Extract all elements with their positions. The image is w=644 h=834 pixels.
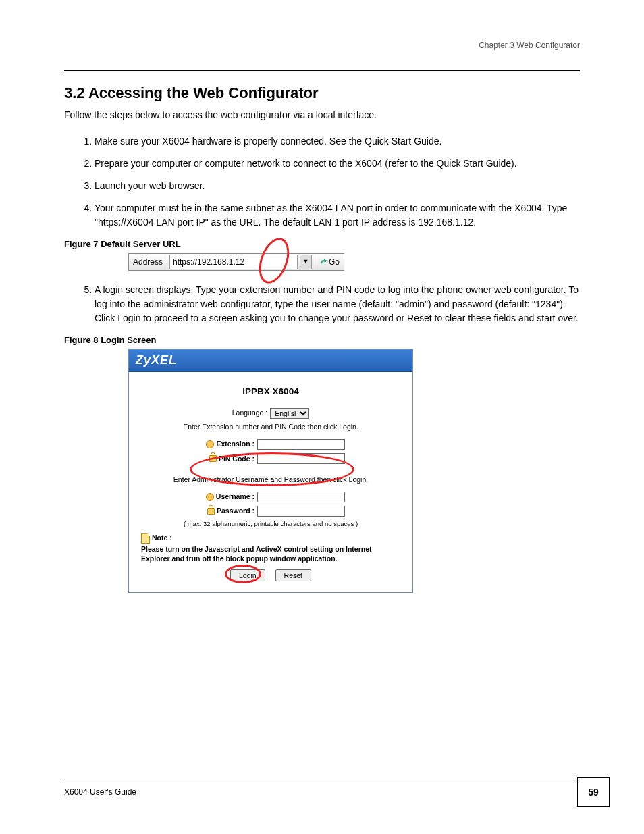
step-5: A login screen displays. Type your exten…	[95, 283, 580, 325]
user-icon	[206, 440, 214, 448]
reset-button[interactable]: Reset	[275, 569, 311, 581]
language-label: Language :	[232, 409, 268, 418]
address-label: Address	[129, 254, 167, 270]
login-header-bar: ZyXEL	[129, 350, 412, 372]
hr-top	[64, 70, 580, 71]
go-button[interactable]: Go	[315, 254, 344, 270]
zyxel-logo: ZyXEL	[136, 353, 177, 367]
annotation-ellipse-credentials	[190, 452, 354, 486]
extension-label: Extension :	[216, 440, 254, 449]
note-icon	[141, 533, 150, 544]
username-label: Username :	[216, 492, 254, 502]
page-number: 59	[577, 777, 610, 807]
go-arrow-icon	[319, 258, 327, 266]
step-list-cont: A login screen displays. Type your exten…	[64, 283, 580, 325]
login-title: IPPBX X6004	[141, 386, 400, 398]
footer: X6004 User's Guide	[64, 787, 580, 797]
note-text: Please turn on the Javascript and Active…	[141, 545, 400, 563]
figure-7-caption: Figure 7 Default Server URL	[64, 239, 580, 249]
figure-8-caption: Figure 8 Login Screen	[64, 335, 580, 345]
language-row: Language : English	[141, 408, 400, 419]
password-label: Password :	[217, 506, 254, 516]
step-4: Your computer must be in the same subnet…	[95, 201, 580, 230]
step-list: Make sure your X6004 hardware is properl…	[64, 134, 580, 230]
step-1: Make sure your X6004 hardware is properl…	[95, 134, 580, 149]
section-heading: 3.2 Accessing the Web Configurator	[64, 84, 580, 102]
section-intro: Follow the steps below to access the web…	[64, 109, 580, 122]
user-icon	[206, 493, 214, 501]
password-fineprint: ( max. 32 alphanumeric, printable charac…	[141, 520, 400, 528]
note-label: Note :	[152, 534, 172, 542]
password-input[interactable]	[257, 506, 345, 517]
extension-input[interactable]	[257, 439, 345, 450]
footer-guide-name: X6004 User's Guide	[64, 787, 136, 797]
username-input[interactable]	[257, 492, 345, 502]
annotation-ellipse-login	[225, 565, 261, 583]
hr-bottom	[64, 781, 580, 781]
chapter-label: Chapter 3 Web Configurator	[64, 41, 580, 50]
lock-icon	[207, 508, 215, 515]
language-select[interactable]: English	[270, 408, 309, 419]
login-hint-extension: Enter Extension number and PIN Code then…	[141, 423, 400, 432]
step-2: Prepare your computer or computer networ…	[95, 157, 580, 171]
figure-7-address-bar: Address https://192.168.1.12 ▼ Go	[128, 253, 344, 271]
figure-8-login-panel: ZyXEL IPPBX X6004 Language : English Ent…	[128, 349, 413, 593]
button-row: Login Reset	[141, 569, 400, 581]
address-dropdown-icon[interactable]: ▼	[300, 255, 312, 269]
step-3: Launch your web browser.	[95, 179, 580, 193]
